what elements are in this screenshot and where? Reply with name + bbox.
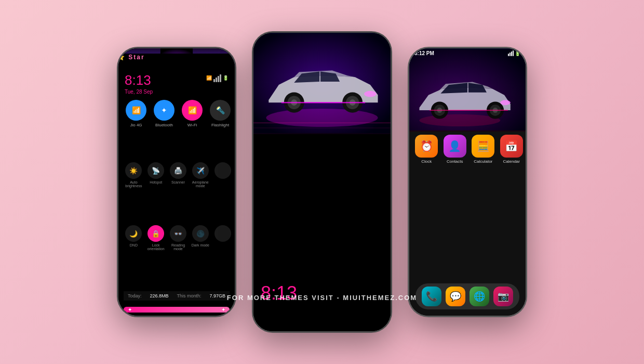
- phone-3-hero: 8:12 PM 🔋: [409, 48, 526, 132]
- phone3-battery: 🔋: [515, 51, 520, 56]
- jio4g-label: Jio 4G: [130, 123, 142, 127]
- auto-brightness-icon: ☀️: [125, 162, 142, 179]
- quick-scanner[interactable]: 🖨️ Scanner: [168, 162, 189, 222]
- lock-orientation-icon: 🔒: [147, 225, 164, 242]
- flashlight-icon: 🔦: [210, 100, 231, 121]
- aeroplane-label: Aeroplane mode: [190, 180, 210, 188]
- dock-chrome-icon[interactable]: 🌐: [469, 287, 489, 306]
- dock-camera-icon[interactable]: 📷: [493, 287, 513, 306]
- clock-icon: ⏰: [415, 135, 438, 158]
- phone-2: Jio 4G | Idea 📶 🔋 8:13 Tue 28 / 09: [252, 31, 392, 333]
- hotspot-label: Hotspot: [150, 180, 162, 184]
- phone-2-hero: [253, 33, 391, 134]
- brightness-max-icon: ✦: [221, 307, 225, 313]
- phone-1-time: 8:13: [125, 72, 153, 88]
- calculator-icon: 🧮: [472, 135, 494, 158]
- calculator-name: Calculator: [474, 159, 492, 164]
- scanner-icon: 🖨️: [170, 162, 186, 179]
- wifi-label: Wi-Fi: [187, 123, 197, 127]
- phone-3-status: 8:12 PM 🔋: [414, 50, 520, 56]
- clock-name: Clock: [421, 159, 432, 164]
- quick-lock-orientation[interactable]: 🔒 Lock orientation: [146, 225, 166, 285]
- quick-jio4g[interactable]: 📶 Jio 4G: [124, 100, 149, 159]
- data-usage: Today: 226.8MB This month: 7.97GB: [124, 291, 230, 301]
- phone-3-dock: 📞 💬 🌐 📷: [415, 283, 519, 309]
- svg-point-24: [419, 114, 500, 126]
- car-illustration-2: [253, 33, 391, 134]
- dnd-icon: 🌙: [125, 225, 142, 242]
- quick-grid-1: 📶 Jio 4G ✦ Bluetooth 📶 Wi-Fi 🔦 Flashligh…: [118, 96, 236, 163]
- quick-reading-mode[interactable]: 👓 Reading mode: [168, 225, 189, 285]
- brightness-bar[interactable]: ✦ ✦: [124, 307, 230, 313]
- dark-mode-icon: 🌑: [192, 225, 209, 242]
- bluetooth-icon: ✦: [154, 100, 175, 121]
- quick-dnd[interactable]: 🌙 DND: [124, 225, 144, 285]
- contacts-name: Contacts: [447, 159, 463, 164]
- calendar-name: Calendar: [503, 159, 520, 164]
- quick-bluetooth[interactable]: ✦ Bluetooth: [152, 100, 177, 159]
- reading-mode-label: Reading mode: [168, 243, 189, 251]
- month-label: This month:: [177, 293, 201, 298]
- hotspot-icon: 📡: [147, 162, 164, 179]
- phone-1-status: 8:13 Tue, 28 Sep 📶 🔋: [118, 68, 235, 96]
- phones-container: ⭐ Star: [117, 31, 527, 333]
- svg-point-12: [266, 109, 378, 127]
- lock-orientation-label: Lock orientation: [146, 243, 166, 251]
- quick-grid-3: 🌙 DND 🔒 Lock orientation 👓 Reading mode …: [118, 225, 236, 288]
- extra2-icon: [214, 225, 231, 242]
- quick-dark-mode[interactable]: 🌑 Dark mode: [190, 225, 210, 285]
- signal-icon: 📶: [206, 75, 212, 81]
- contacts-icon: 👤: [444, 135, 466, 158]
- battery-icon: 🔋: [223, 75, 229, 81]
- wifi-icon: 📶: [182, 100, 203, 121]
- svg-point-19: [364, 91, 376, 97]
- phone-1-date: Tue, 28 Sep: [125, 89, 153, 95]
- star-logo: ⭐ Star: [118, 54, 235, 68]
- dock-messages-icon[interactable]: 💬: [446, 287, 465, 306]
- quick-aeroplane[interactable]: ✈️ Aeroplane mode: [190, 162, 210, 222]
- phone-1: ⭐ Star: [117, 47, 236, 317]
- phone3-time: 8:12 PM: [414, 50, 434, 56]
- phone-3: 8:12 PM 🔋: [408, 47, 527, 317]
- dock-phone-icon[interactable]: 📞: [422, 287, 441, 306]
- phone-2-time: 8:13: [261, 282, 392, 333]
- aeroplane-icon: ✈️: [192, 162, 209, 179]
- phone-1-hero: ⭐ Star: [118, 48, 235, 68]
- auto-brightness-label: Auto brightness: [124, 180, 144, 188]
- phone-2-screen: Jio 4G | Idea 📶 🔋 8:13 Tue 28 / 09: [253, 33, 391, 331]
- dnd-label: DND: [130, 243, 138, 247]
- quick-grid-2: ☀️ Auto brightness 📡 Hotspot 🖨️ Scanner …: [118, 162, 236, 225]
- calendar-icon: 📅: [500, 135, 523, 158]
- extra1-icon: [214, 162, 231, 179]
- quick-wifi[interactable]: 📶 Wi-Fi: [180, 100, 205, 159]
- svg-point-31: [500, 100, 510, 105]
- today-label: Today:: [128, 293, 142, 298]
- today-val: 226.8MB: [150, 293, 168, 298]
- reading-mode-icon: 👓: [170, 225, 186, 242]
- quick-auto-brightness[interactable]: ☀️ Auto brightness: [124, 162, 144, 222]
- bluetooth-label: Bluetooth: [155, 123, 173, 127]
- quick-flashlight[interactable]: 🔦 Flashlight: [208, 100, 233, 159]
- phone3-signal: 🔋: [508, 50, 520, 56]
- watermark: FOR MORE THEMES VISIT - MIUITHEMEZ.COM: [227, 294, 417, 302]
- phone-3-screen: 8:12 PM 🔋: [409, 48, 526, 316]
- quick-hotspot[interactable]: 📡 Hotspot: [146, 162, 166, 222]
- car-illustration-3: [409, 48, 526, 132]
- signal-area: 📶 🔋: [206, 74, 229, 82]
- brightness-min-icon: ✦: [128, 307, 132, 313]
- quick-extra1: [212, 162, 233, 222]
- flashlight-label: Flashlight: [211, 123, 229, 127]
- scanner-label: Scanner: [171, 180, 185, 184]
- month-val: 7.97GB: [209, 293, 225, 298]
- phone-1-screen: ⭐ Star: [118, 48, 235, 316]
- jio4g-icon: 📶: [126, 100, 146, 121]
- dark-mode-label: Dark mode: [192, 243, 209, 247]
- quick-extra2: [212, 225, 233, 285]
